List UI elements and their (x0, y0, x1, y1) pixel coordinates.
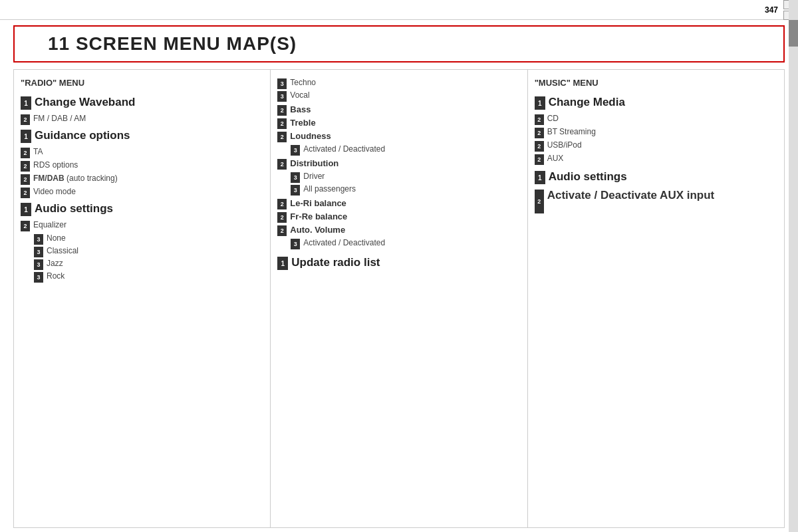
badge-level2: 2 (21, 174, 30, 185)
list-item: 2 Fr-Re balance (277, 211, 520, 223)
badge-level2: 2 (277, 159, 287, 170)
music-menu-title: "MUSIC" MENU (535, 78, 777, 88)
badge-level3: 3 (34, 247, 43, 257)
badge-level3: 3 (277, 78, 287, 89)
list-item: 2 Activate / Deactivate AUX input (535, 188, 777, 213)
item-label: Le-Ri balance (290, 198, 346, 208)
item-label: RDS options (33, 160, 78, 170)
list-item: 2 Equalizer (21, 220, 263, 231)
item-label: Rock (47, 271, 65, 281)
item-label: FM / DAB / AM (33, 114, 86, 123)
list-item: 3 Classical (21, 246, 263, 257)
list-item: 2 Bass (277, 104, 520, 116)
item-label: Video mode (33, 187, 76, 196)
badge-level2: 2 (21, 221, 30, 231)
badge-level3: 3 (291, 185, 300, 196)
list-item: 3 Jazz (21, 259, 263, 270)
item-label: Change Media (549, 96, 625, 109)
item-label: Techno (290, 78, 316, 87)
list-item: 3 All passengers (277, 184, 520, 196)
item-label: Vocal (290, 90, 309, 100)
list-item: 3 Driver (277, 172, 520, 183)
main-content: "RADIO" MENU 1 Change Waveband 2 FM / DA… (13, 69, 785, 528)
list-item: 2 RDS options (21, 160, 263, 172)
list-item: 3 Techno (277, 78, 520, 89)
page-title: 11 SCREEN MENU MAP(S) (48, 33, 297, 54)
item-label: Distribution (290, 158, 338, 168)
list-item: 1 Update radio list (277, 256, 520, 270)
badge-level3: 3 (277, 91, 287, 102)
list-item: 1 Audio settings (535, 170, 777, 184)
badge-level2: 2 (277, 105, 287, 116)
scrollbar[interactable] (789, 0, 798, 532)
badge-level3: 3 (34, 272, 43, 283)
badge-level2: 2 (535, 141, 544, 152)
radio-menu-column: "RADIO" MENU 1 Change Waveband 2 FM / DA… (14, 70, 271, 527)
top-bar: 347 (0, 0, 798, 20)
item-label: Audio settings (549, 170, 627, 184)
badge-level2: 2 (535, 190, 544, 213)
list-item: 2 BT Streaming (535, 127, 777, 138)
badge-level1: 1 (535, 96, 545, 110)
list-item: 3 Vocal (277, 90, 520, 102)
badge-level2: 2 (277, 212, 287, 223)
item-label: Bass (290, 104, 311, 114)
item-label: Fr-Re balance (290, 211, 347, 221)
badge-level2: 2 (21, 114, 30, 125)
list-item: 2 Video mode (21, 187, 263, 198)
item-label: Activated / Deactivated (303, 238, 385, 247)
item-label: Treble (290, 118, 315, 128)
badge-level2: 2 (277, 199, 287, 209)
badge-level1: 1 (21, 203, 31, 216)
badge-level1: 1 (21, 96, 31, 110)
list-item: 2 Treble (277, 118, 520, 129)
item-label: AUX (547, 154, 564, 163)
item-label: Guidance options (35, 129, 130, 142)
music-menu-column: "MUSIC" MENU 1 Change Media 2 CD 2 BT St… (528, 70, 784, 527)
list-item: 2 USB/iPod (535, 140, 777, 152)
badge-level2: 2 (535, 114, 544, 125)
list-item: 3 Activated / Deactivated (277, 144, 520, 156)
item-label: Equalizer (33, 220, 66, 229)
badge-level3: 3 (291, 239, 300, 249)
list-item: 1 Audio settings (21, 202, 263, 216)
scrollbar-thumb[interactable] (789, 20, 798, 47)
list-item: 2 Le-Ri balance (277, 198, 520, 209)
item-label: Activate / Deactivate AUX input (547, 188, 715, 203)
list-item: 3 None (21, 233, 263, 245)
badge-level2: 2 (277, 132, 287, 142)
page-number: 347 (765, 5, 778, 15)
list-item: 1 Guidance options (21, 129, 263, 143)
badge-level3: 3 (34, 234, 43, 245)
list-item: 1 Change Waveband (21, 96, 263, 110)
item-label: CD (547, 114, 559, 123)
item-label: Jazz (47, 259, 63, 268)
title-area: 11 SCREEN MENU MAP(S) (13, 25, 785, 63)
badge-level2: 2 (21, 148, 30, 158)
list-item: 2 Distribution (277, 158, 520, 170)
list-item: 2 Auto. Volume (277, 225, 520, 236)
badge-level3: 3 (291, 145, 300, 156)
item-label: TA (33, 147, 43, 156)
item-label: None (47, 233, 66, 243)
badge-level3: 3 (34, 259, 43, 270)
badge-level1: 1 (277, 257, 288, 270)
list-item: 2 CD (535, 114, 777, 125)
badge-level3: 3 (291, 172, 300, 183)
list-item: 1 Change Media (535, 96, 777, 110)
item-label: Audio settings (35, 202, 113, 215)
list-item: 3 Rock (21, 271, 263, 283)
badge-level2: 2 (21, 188, 30, 198)
badge-level1: 1 (21, 130, 31, 143)
item-label: Auto. Volume (290, 225, 345, 235)
item-label: FM/DAB (auto tracking) (33, 174, 118, 183)
badge-level2: 2 (535, 154, 544, 165)
item-label: All passengers (303, 184, 356, 194)
item-label: Activated / Deactivated (303, 144, 385, 154)
badge-level1: 1 (535, 171, 545, 184)
badge-level2: 2 (277, 225, 287, 236)
badge-level2: 2 (535, 128, 544, 138)
radio-menu-title: "RADIO" MENU (21, 78, 263, 88)
list-item: 2 AUX (535, 154, 777, 165)
list-item: 2 TA (21, 147, 263, 158)
